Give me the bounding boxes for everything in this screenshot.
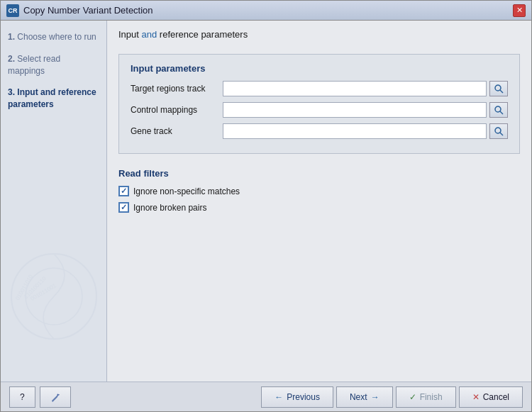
footer-nav: ← Previous Next → ✓ Finish ✕ Cancel	[261, 386, 523, 408]
folder-search-icon	[493, 83, 504, 94]
cancel-label: Cancel	[483, 392, 509, 402]
target-regions-browse-button[interactable]	[489, 81, 508, 96]
panel-title-post: reference parameters	[157, 29, 248, 40]
param-row-target-regions: Target regions track	[131, 81, 508, 96]
help-button[interactable]: ?	[9, 386, 35, 408]
svg-line-8	[500, 111, 503, 114]
title-bar-left: CR Copy Number Variant Detection	[6, 4, 153, 17]
footer-left: ?	[9, 386, 71, 408]
watermark: 010011010 110100110 001011001	[1, 226, 107, 367]
checkbox-row-ignore-nonspecific: Ignore non-specific matches	[118, 186, 520, 196]
svg-point-5	[495, 85, 501, 91]
input-params-section: Input parameters Target regions track	[118, 54, 520, 154]
sidebar-item-step2: 2. Select read mappings	[8, 53, 99, 77]
step1-label: Choose where to run	[17, 32, 96, 42]
help-label: ?	[20, 392, 25, 402]
svg-text:001011001: 001011001	[30, 282, 58, 302]
sidebar: 1. Choose where to run 2. Select read ma…	[1, 21, 107, 382]
svg-text:110100110: 110100110	[23, 275, 48, 300]
read-filters-label: Read filters	[118, 168, 520, 179]
panel-title: Input and reference parameters	[118, 29, 520, 40]
title-bar: CR Copy Number Variant Detection ✕	[1, 1, 531, 21]
read-filters-section: Read filters Ignore non-specific matches…	[118, 165, 520, 221]
svg-point-11	[57, 394, 58, 395]
svg-point-9	[495, 128, 501, 133]
input-params-label: Input parameters	[131, 63, 508, 74]
svg-point-0	[11, 254, 96, 339]
footer: ? ← Previous Next → ✓ Finish	[1, 382, 531, 411]
ignore-nonspecific-checkbox[interactable]	[118, 186, 129, 196]
next-icon: →	[371, 392, 379, 402]
ignore-broken-checkbox[interactable]	[118, 202, 129, 213]
param-row-gene-track: Gene track	[131, 123, 508, 139]
ignore-broken-label: Ignore broken pairs	[133, 203, 206, 213]
param-row-control-mappings: Control mappings	[131, 102, 508, 118]
control-mappings-browse-button[interactable]	[489, 102, 508, 118]
step2-label: Select read mappings	[8, 54, 60, 76]
cancel-icon: ✕	[472, 392, 480, 402]
svg-point-1	[26, 268, 82, 325]
previous-icon: ←	[275, 392, 283, 402]
step3-label: Input and reference parameters	[8, 87, 96, 109]
target-regions-input-wrap	[223, 81, 508, 96]
finish-icon: ✓	[409, 392, 416, 402]
target-regions-label: Target regions track	[131, 84, 223, 94]
ignore-nonspecific-label: Ignore non-specific matches	[133, 186, 240, 196]
svg-text:010011010: 010011010	[14, 273, 34, 301]
control-mappings-label: Control mappings	[131, 105, 223, 115]
control-mappings-input-wrap	[223, 102, 508, 118]
next-label: Next	[350, 392, 367, 402]
sidebar-item-step1: 1. Choose where to run	[8, 31, 99, 43]
main-window: CR Copy Number Variant Detection ✕ 1. Ch…	[0, 0, 532, 412]
gene-track-input-wrap	[223, 123, 508, 139]
settings-button[interactable]	[40, 386, 71, 408]
finish-button[interactable]: ✓ Finish	[396, 386, 456, 408]
step3-number: 3.	[8, 87, 15, 97]
svg-point-7	[495, 106, 501, 112]
gene-track-browse-button[interactable]	[489, 123, 508, 139]
folder-search-icon	[493, 126, 504, 137]
panel-title-pre: Input	[118, 29, 142, 40]
step1-number: 1.	[8, 32, 15, 42]
svg-line-6	[500, 90, 503, 93]
wrench-icon	[50, 392, 60, 402]
gene-track-input[interactable]	[223, 123, 487, 139]
step2-number: 2.	[8, 54, 15, 64]
cancel-button[interactable]: ✕ Cancel	[459, 386, 523, 408]
control-mappings-input[interactable]	[223, 102, 487, 118]
main-panel: Input and reference parameters Input par…	[107, 21, 531, 382]
window-title: Copy Number Variant Detection	[23, 5, 153, 16]
checkbox-row-ignore-broken: Ignore broken pairs	[118, 202, 520, 213]
previous-label: Previous	[287, 392, 320, 402]
target-regions-input[interactable]	[223, 81, 487, 96]
finish-label: Finish	[420, 392, 443, 402]
next-button[interactable]: Next →	[336, 386, 393, 408]
close-button[interactable]: ✕	[513, 4, 526, 17]
sidebar-item-step3: 3. Input and reference parameters	[8, 87, 99, 111]
previous-button[interactable]: ← Previous	[261, 386, 333, 408]
panel-title-link: and	[142, 29, 157, 40]
svg-line-10	[500, 133, 503, 135]
gene-track-label: Gene track	[131, 126, 223, 136]
content-area: 1. Choose where to run 2. Select read ma…	[1, 21, 531, 382]
app-logo: CR	[6, 4, 19, 17]
folder-search-icon	[493, 104, 504, 116]
